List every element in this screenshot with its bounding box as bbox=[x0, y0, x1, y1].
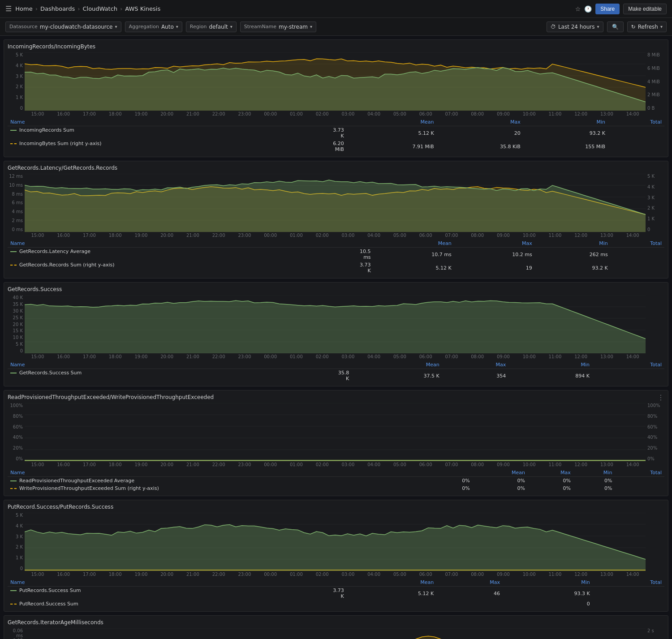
legend-color-swatch bbox=[10, 251, 17, 252]
top-bar-left: ☰ Home › Dashboards › CloudWatch › AWS K… bbox=[5, 4, 160, 13]
hamburger-menu[interactable]: ☰ bbox=[5, 4, 12, 13]
y-axis-right: 2 s1.50 s1 s500 ms0 ms bbox=[646, 628, 664, 639]
chart-area-incoming: 5 K4 K3 K2 K1 K0 8 MiB6 MiB4 MiB2 MiB0 B bbox=[8, 52, 664, 111]
legend-table-getrecords-success: NameMeanMaxMinTotalGetRecords.Success Su… bbox=[8, 361, 664, 382]
legend-table-putrecord-success: NameMeanMaxMinTotalPutRecords.Success Su… bbox=[8, 579, 664, 608]
panel-throughput-exceeded: ReadProvisionedThroughputExceeded/WriteP… bbox=[4, 390, 668, 496]
legend-table-getrecords-latency: NameMeanMaxMinTotalGetRecords.Latency Av… bbox=[8, 240, 664, 274]
y-axis-left: 12 ms10 ms8 ms6 ms4 ms2 ms0 ms bbox=[8, 174, 25, 232]
panel-title-getrecords-success: GetRecords.Success bbox=[8, 286, 664, 292]
legend-row: WriteProvisionedThroughputExceeded Sum (… bbox=[8, 485, 664, 492]
y-axis-left: 5 K4 K3 K2 K1 K0 bbox=[8, 513, 25, 571]
legend-row: GetRecords.Records Sum (right y-axis)3.7… bbox=[8, 261, 664, 274]
legend-color-swatch bbox=[10, 590, 17, 591]
legend-color-swatch bbox=[10, 604, 17, 605]
svg-rect-21 bbox=[25, 403, 646, 461]
y-axis-left: 0.06 ms0.05 ms0.04 ms0.03 ms0.02 ms0.01 … bbox=[8, 628, 25, 639]
top-bar: ☰ Home › Dashboards › CloudWatch › AWS K… bbox=[0, 0, 672, 18]
region-chevron: ▾ bbox=[230, 24, 233, 29]
y-axis-right: 100%80%60%40%20%0% bbox=[646, 403, 664, 461]
chart-plot-getrecords-success bbox=[25, 295, 646, 353]
panel-title-throughput-exceeded: ReadProvisionedThroughputExceeded/WriteP… bbox=[8, 394, 664, 400]
y-axis-right: 5 K4 K3 K2 K1 K0 bbox=[646, 174, 664, 232]
y-axis-left: 40 K35 K30 K25 K20 K15 K10 K5 K0 bbox=[8, 295, 25, 353]
zoom-out-button[interactable]: 🔍 bbox=[607, 21, 624, 32]
legend-row: ReadProvisionedThroughputExceeded Averag… bbox=[8, 477, 664, 485]
toolbar: Datasource my-cloudwatch-datasource ▾ Ag… bbox=[0, 18, 672, 36]
panel-getrecords-success: GetRecords.Success40 K35 K30 K25 K20 K15… bbox=[4, 282, 668, 386]
refresh-icon: ↻ bbox=[631, 24, 636, 30]
chart-plot-putrecord-success bbox=[25, 513, 646, 571]
y-axis-right: 8 MiB6 MiB4 MiB2 MiB0 B bbox=[646, 52, 664, 111]
history-icon[interactable]: 🕐 bbox=[584, 5, 592, 13]
panel-getrecords-latency: GetRecords.Latency/GetRecords.Records12 … bbox=[4, 161, 668, 279]
y-axis-left: 5 K4 K3 K2 K1 K0 bbox=[8, 52, 25, 111]
legend-table-throughput-exceeded: NameMeanMaxMinTotalReadProvisionedThroug… bbox=[8, 469, 664, 492]
legend-row: GetRecords.Latency Average10.5 ms10.7 ms… bbox=[8, 248, 664, 262]
panel-putrecord-success: PutRecord.Success/PutRecords.Success5 K4… bbox=[4, 500, 668, 612]
chart-plot-incoming bbox=[25, 52, 646, 111]
aggregation-chevron: ▾ bbox=[176, 24, 178, 29]
x-axis: 15:0016:0017:0018:0019:0020:0021:0022:00… bbox=[25, 353, 646, 359]
breadcrumb: Home › Dashboards › CloudWatch › AWS Kin… bbox=[15, 5, 160, 12]
legend-color-swatch bbox=[10, 143, 17, 144]
legend-color-swatch bbox=[10, 480, 17, 481]
panel-iterator-age: GetRecords.IteratorAgeMilliseconds0.06 m… bbox=[4, 615, 668, 639]
y-axis-right-empty bbox=[646, 513, 664, 571]
chart-area-getrecords-success: 40 K35 K30 K25 K20 K15 K10 K5 K0 bbox=[8, 295, 664, 353]
legend-row: IncomingBytes Sum (right y-axis)6.20 MiB… bbox=[8, 140, 664, 153]
datasource-chevron: ▾ bbox=[115, 24, 117, 29]
panel-title-putrecord-success: PutRecord.Success/PutRecords.Success bbox=[8, 504, 664, 510]
refresh-chevron: ▾ bbox=[660, 24, 663, 29]
chart-area-throughput-exceeded: 100%80%60%40%20%0% 100%80%60%40%20%0% bbox=[8, 403, 664, 461]
share-button[interactable]: Share bbox=[595, 4, 620, 14]
dashboard-content: IncomingRecords/IncomingBytes5 K4 K3 K2 … bbox=[0, 36, 672, 639]
streamname-chevron: ▾ bbox=[310, 24, 312, 29]
region-selector[interactable]: Region default ▾ bbox=[186, 21, 237, 32]
breadcrumb-current: AWS Kinesis bbox=[125, 5, 160, 12]
chart-plot-throughput-exceeded bbox=[25, 403, 646, 461]
x-axis: 15:0016:0017:0018:0019:0020:0021:0022:00… bbox=[25, 461, 646, 467]
breadcrumb-home[interactable]: Home bbox=[15, 5, 32, 12]
breadcrumb-cloudwatch[interactable]: CloudWatch bbox=[82, 5, 117, 12]
top-bar-right: ☆ 🕐 Share Make editable bbox=[575, 4, 667, 14]
y-axis-left: 100%80%60%40%20%0% bbox=[8, 403, 25, 461]
make-editable-button[interactable]: Make editable bbox=[623, 4, 667, 14]
x-axis: 15:0016:0017:0018:0019:0020:0021:0022:00… bbox=[25, 571, 646, 577]
aggregation-selector[interactable]: Aggregation Auto ▾ bbox=[125, 21, 182, 32]
legend-row: IncomingRecords Sum3.73 K5.12 K2093.2 K bbox=[8, 126, 664, 140]
legend-row: PutRecord.Success Sum0 bbox=[8, 600, 664, 608]
time-icon: ⏱ bbox=[551, 24, 556, 30]
svg-rect-35 bbox=[25, 628, 646, 639]
chart-area-getrecords-latency: 12 ms10 ms8 ms6 ms4 ms2 ms0 ms 5 K4 K3 K… bbox=[8, 174, 664, 232]
legend-color-swatch bbox=[10, 373, 17, 373]
x-axis: 15:0016:0017:0018:0019:0020:0021:0022:00… bbox=[25, 232, 646, 238]
breadcrumb-dashboards[interactable]: Dashboards bbox=[40, 5, 75, 12]
chart-plot-iterator-age bbox=[25, 628, 646, 639]
panel-incoming: IncomingRecords/IncomingBytes5 K4 K3 K2 … bbox=[4, 39, 668, 157]
panel-title-incoming: IncomingRecords/IncomingBytes bbox=[8, 43, 664, 50]
legend-color-swatch bbox=[10, 488, 17, 489]
streamname-selector[interactable]: StreamName my-stream ▾ bbox=[240, 21, 316, 32]
star-icon[interactable]: ☆ bbox=[575, 5, 581, 13]
legend-color-swatch bbox=[10, 130, 17, 131]
datasource-selector[interactable]: Datasource my-cloudwatch-datasource ▾ bbox=[5, 21, 121, 32]
x-axis: 15:0016:0017:0018:0019:0020:0021:0022:00… bbox=[25, 111, 646, 116]
time-range-selector[interactable]: ⏱ Last 24 hours ▾ bbox=[547, 21, 603, 32]
y-axis-right-empty bbox=[646, 295, 664, 353]
chart-plot-getrecords-latency bbox=[25, 174, 646, 232]
legend-row: GetRecords.Success Sum35.8 K37.5 K354894… bbox=[8, 369, 664, 383]
legend-color-swatch bbox=[10, 265, 17, 266]
chart-area-iterator-age: 0.06 ms0.05 ms0.04 ms0.03 ms0.02 ms0.01 … bbox=[8, 628, 664, 639]
panel-menu-icon[interactable]: ⋮ bbox=[657, 394, 664, 401]
refresh-button[interactable]: ↻ Refresh ▾ bbox=[627, 21, 667, 32]
legend-table-incoming: NameMeanMaxMinTotalIncomingRecords Sum3.… bbox=[8, 118, 664, 153]
chart-area-putrecord-success: 5 K4 K3 K2 K1 K0 bbox=[8, 513, 664, 571]
panel-title-getrecords-latency: GetRecords.Latency/GetRecords.Records bbox=[8, 165, 664, 171]
legend-row: PutRecords.Success Sum3.73 K5.12 K4693.3… bbox=[8, 587, 664, 600]
panel-title-iterator-age: GetRecords.IteratorAgeMilliseconds bbox=[8, 619, 664, 626]
time-range-chevron: ▾ bbox=[597, 24, 599, 29]
